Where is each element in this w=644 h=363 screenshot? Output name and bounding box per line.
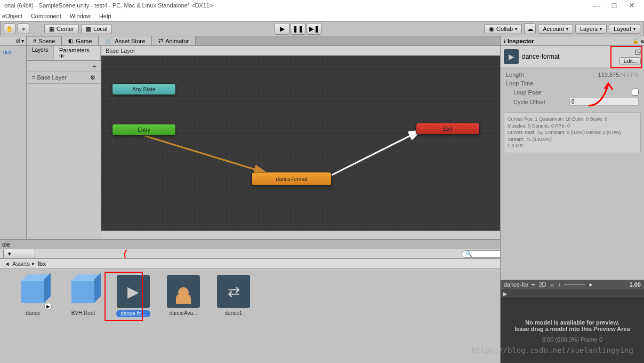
center-button[interactable]: ▦ Center [44, 24, 79, 34]
create-dropdown[interactable]: ▾ [3, 249, 35, 259]
avatar-icon [167, 275, 200, 308]
menu-window[interactable]: Window [70, 13, 91, 19]
tab-scene[interactable]: # Scene [27, 37, 62, 45]
collab-dropdown[interactable]: ◉ Collab ▾ [484, 24, 522, 34]
menu-gameobject[interactable]: eObject [2, 13, 22, 19]
preview-light-icon[interactable]: ☼ [550, 281, 555, 288]
play-button[interactable]: ▶ [275, 23, 289, 35]
menu-help[interactable]: Help [99, 13, 111, 19]
node-entry[interactable]: Entry [112, 124, 176, 136]
watermark: https://blog.csdn.net/xuelanlingying [472, 346, 633, 354]
layers-tab[interactable]: Layers [27, 46, 54, 60]
preview-play-bar: ▶ [501, 289, 644, 299]
menu-component[interactable]: Component [31, 13, 61, 19]
svg-line-0 [144, 136, 267, 173]
preview-name: dance-for [504, 281, 528, 288]
transform-tool[interactable]: ⌖ [18, 23, 29, 34]
tab-console[interactable]: ole [2, 241, 10, 248]
length-label: Length [506, 72, 598, 78]
animator-controller-icon: ⇄ [217, 275, 250, 308]
layout-dropdown[interactable]: Layout ▾ [609, 24, 640, 34]
menu-bar: eObject Component Window Help [0, 11, 644, 21]
loop-time-label: Loop Time [506, 80, 639, 86]
open-icon[interactable]: ◳ [635, 48, 641, 56]
hierarchy-panel: ol ▾ nce [0, 36, 27, 239]
minimize-button[interactable]: — [589, 1, 605, 10]
inspector-tab[interactable]: i Inspector 🔒 ≡ [501, 36, 644, 46]
preview-slider[interactable]: ━ [532, 281, 535, 288]
tab-asset-store[interactable]: 🛒 Asset Store [99, 36, 152, 45]
hierarchy-header[interactable]: ol ▾ [0, 36, 26, 46]
gear-icon[interactable]: ⚙ [90, 74, 95, 81]
loop-pose-checkbox[interactable] [632, 89, 639, 96]
node-exit[interactable]: Exit [416, 123, 480, 135]
inspector-properties: Length 119.875 24 FPS Loop Time Loop Pos… [501, 67, 644, 110]
cloud-button[interactable]: ☁ [524, 23, 536, 34]
node-dance-format[interactable]: dance-format [252, 172, 332, 186]
close-button[interactable]: ✕ [624, 1, 640, 10]
preview-audio-icon[interactable]: ♪ [558, 281, 561, 288]
fps-label: 24 FPS [619, 72, 639, 78]
edit-button[interactable]: Edit... [619, 57, 641, 65]
tab-game[interactable]: ◐ Game [62, 36, 99, 45]
animation-clip-icon: ▶ [117, 275, 150, 308]
back-icon[interactable]: ◄ [4, 261, 10, 267]
clip-name: dance-format [522, 53, 560, 60]
layer-base[interactable]: = Base Layer ⚙ [27, 72, 101, 84]
annotation-arrow-2 [586, 79, 618, 111]
asset-dance-format[interactable]: ▶ dance-fo... [116, 275, 150, 361]
hierarchy-body[interactable]: nce [0, 46, 26, 58]
inspector-lock-icon[interactable]: 🔒 [632, 38, 639, 44]
add-layer-button[interactable]: + [27, 61, 101, 72]
asset-dance1[interactable]: ⇄ dance1 [216, 275, 251, 361]
clip-icon: ▶ [504, 49, 519, 64]
main-toolbar: ✋ ⌖ ▦ Center ▩ Local ▶ ❚❚ ▶❚ ◉ Collab ▾ … [0, 21, 644, 36]
local-button[interactable]: ▩ Local [81, 24, 112, 34]
asset-dance[interactable]: ▶ dance [16, 275, 50, 361]
annotation-stroke [117, 250, 224, 258]
asset-dance-avatar[interactable]: danceAva... [166, 275, 200, 361]
length-value: 119.875 [598, 72, 619, 78]
pause-button[interactable]: ❚❚ [291, 23, 305, 35]
inspector-menu-icon[interactable]: ≡ [641, 38, 644, 44]
preview-2d-button[interactable]: 2D [538, 281, 546, 288]
crumb-fbx[interactable]: fbx [37, 261, 46, 267]
window-title: onal (64bit) - SampleScene.unity - test4… [4, 2, 589, 9]
tab-animator[interactable]: ⇄ Animator [152, 36, 196, 45]
window-controls: — □ ✕ [589, 1, 640, 10]
preview-play-button[interactable]: ▶ [503, 290, 507, 297]
step-button[interactable]: ▶❚ [307, 23, 321, 35]
play-controls: ▶ ❚❚ ▶❚ [275, 23, 321, 35]
inspector-panel: i Inspector 🔒 ≡ ▶ dance-format ◳ Edit...… [500, 36, 644, 363]
breadcrumb-base-layer[interactable]: Base Layer [106, 48, 135, 54]
info-icon: i [504, 38, 505, 44]
title-bar: onal (64bit) - SampleScene.unity - test4… [0, 0, 644, 11]
inspector-header: ▶ dance-format ◳ Edit... [501, 46, 644, 67]
preview-header: dance-for ━ 2D ☼ ♪ ● 1.00 [501, 280, 644, 289]
layers-panel: Layers Parameters 👁 + = Base Layer ⚙ [27, 46, 101, 239]
node-any-state[interactable]: Any State [112, 83, 176, 95]
parameters-tab[interactable]: Parameters 👁 [54, 46, 101, 60]
asset-bvh-root[interactable]: BVH:Root [66, 275, 100, 361]
account-dropdown[interactable]: Account ▾ [538, 24, 573, 34]
curve-stats: Curves Pos: 1 Quaternion: 18 Euler: 0 Sc… [504, 112, 641, 153]
maximize-button[interactable]: □ [606, 1, 622, 10]
preview-speed: 1.00 [630, 281, 641, 288]
hand-tool[interactable]: ✋ [4, 23, 15, 34]
layers-dropdown[interactable]: Layers ▾ [575, 24, 607, 34]
cycle-offset-label: Cycle Offset [513, 99, 569, 105]
crumb-assets[interactable]: Assets [12, 261, 30, 267]
svg-line-1 [331, 130, 421, 176]
